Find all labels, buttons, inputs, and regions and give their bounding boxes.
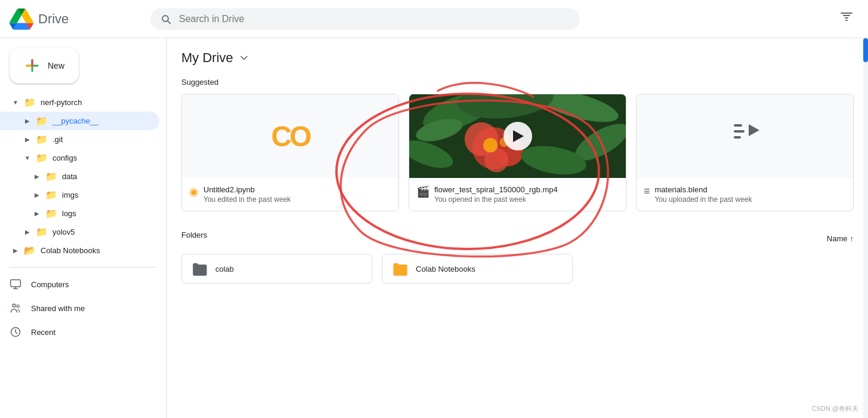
tree-item-label: __pycache__ — [52, 116, 98, 125]
search-bar[interactable] — [150, 8, 580, 30]
suggested-card-blend[interactable]: ≡ materials.blend You uploaded in the pa… — [636, 94, 854, 211]
scrollbar-thumb[interactable] — [863, 38, 868, 62]
card-info-video: 🎬 flower_test_spiral_150000_rgb.mp4 You … — [409, 178, 626, 211]
page-title: My Drive — [181, 50, 233, 66]
card-info-blend: ≡ materials.blend You uploaded in the pa… — [637, 178, 853, 211]
people-icon — [10, 302, 21, 314]
colab-file-icon: ◉ — [189, 185, 199, 198]
tree-item-imgs[interactable]: ▶ 📁 imgs — [0, 186, 159, 204]
tree-item-git[interactable]: ▶ 📁 .git — [0, 130, 159, 149]
svg-rect-19 — [734, 130, 745, 133]
tree-item-label: configs — [52, 153, 77, 162]
folder-name: colab — [215, 265, 234, 273]
search-input[interactable] — [179, 14, 570, 24]
header: Drive — [0, 0, 868, 38]
folders-header: Folders Name ↑ — [181, 230, 854, 247]
header-right — [835, 6, 858, 32]
my-drive-header: My Drive — [181, 50, 854, 66]
new-button-label: New — [48, 61, 64, 70]
folder-name: Colab Notebooks — [416, 265, 475, 273]
card-subtitle: You uploaded in the past week — [655, 195, 752, 204]
tree-item-label: Colab Notebooks — [41, 246, 100, 255]
logo-area: Drive — [10, 7, 141, 31]
video-file-icon: 🎬 — [416, 185, 430, 198]
arrow-right-icon: ▶ — [10, 247, 21, 254]
tree-item-nerf-pytorch[interactable]: ▼ 📁 nerf-pytorch — [0, 93, 159, 112]
arrow-down-icon: ▼ — [10, 99, 21, 106]
tree-item-label: imgs — [62, 190, 78, 199]
folder-dark-icon — [191, 262, 208, 276]
play-triangle — [513, 130, 524, 142]
sidebar: New ▼ 📁 nerf-pytorch ▶ 📁 __pycache__ ▶ 📁… — [0, 38, 167, 418]
tree-item-label: .git — [52, 135, 63, 144]
sort-control[interactable]: Name ↑ — [827, 234, 854, 243]
folder-yellow-icon: 📂 — [24, 245, 36, 256]
tree-item-pycache[interactable]: ▶ 📁 __pycache__ — [0, 112, 159, 130]
search-icon — [160, 13, 172, 25]
tree-item-colab-notebooks[interactable]: ▶ 📂 Colab Notebooks — [0, 241, 159, 260]
tree-item-label: data — [62, 172, 77, 181]
video-thumbnail — [409, 94, 626, 178]
svg-marker-21 — [749, 124, 759, 136]
folder-icon: 📁 — [45, 189, 57, 201]
main-layout: New ▼ 📁 nerf-pytorch ▶ 📁 __pycache__ ▶ 📁… — [0, 38, 868, 418]
svg-point-1 — [13, 304, 16, 307]
folders-section-title: Folders — [181, 230, 207, 239]
play-button-icon — [503, 122, 532, 150]
logo-text: Drive — [38, 11, 69, 27]
card-subtitle: You opened in the past week — [434, 195, 558, 204]
tree-item-label: nerf-pytorch — [41, 98, 82, 107]
folder-icon: 📁 — [45, 171, 57, 182]
sort-label-text: Name — [827, 234, 848, 243]
sort-direction: ↑ — [850, 234, 854, 243]
card-info-colab: ◉ Untitled2.ipynb You edited in the past… — [182, 178, 399, 211]
tree-item-logs[interactable]: ▶ 📁 logs — [0, 204, 159, 223]
folder-icon: 📁 — [45, 208, 57, 219]
arrow-right-icon: ▶ — [21, 118, 33, 124]
tree-item-data[interactable]: ▶ 📁 data — [0, 167, 159, 186]
tree-item-configs[interactable]: ▼ 📁 configs — [0, 149, 159, 167]
folder-icon: 📁 — [36, 226, 48, 238]
drive-logo-icon — [10, 7, 33, 31]
plus-icon — [24, 57, 41, 74]
tree-item-yolov5[interactable]: ▶ 📁 yolov5 — [0, 223, 159, 241]
card-subtitle: You edited in the past week — [203, 195, 291, 204]
card-filename: flower_test_spiral_150000_rgb.mp4 — [434, 185, 558, 194]
card-filename: materials.blend — [655, 185, 752, 194]
svg-rect-20 — [734, 136, 741, 139]
folder-icon: 📁 — [36, 134, 48, 145]
folder-icon: 📁 — [36, 115, 48, 127]
card-preview-colab: CO — [182, 94, 399, 178]
sidebar-nav-recent[interactable]: Recent — [0, 320, 159, 344]
blend-icon — [731, 119, 759, 153]
svg-point-2 — [17, 305, 19, 308]
nav-label: Recent — [31, 328, 55, 337]
svg-rect-18 — [734, 124, 742, 127]
arrow-right-icon: ▶ — [21, 136, 33, 143]
content-area: My Drive Suggested CO ◉ Untitled2.ipynb … — [167, 38, 868, 418]
suggested-section-title: Suggested — [181, 78, 854, 87]
card-preview-video — [409, 94, 626, 178]
tree-item-label: logs — [62, 209, 76, 218]
folder-yellow-icon — [392, 262, 409, 276]
sidebar-nav-shared[interactable]: Shared with me — [0, 296, 159, 320]
arrow-down-icon: ▼ — [21, 155, 33, 161]
sidebar-nav-computers[interactable]: Computers — [0, 272, 159, 296]
nav-label: Shared with me — [31, 304, 85, 313]
watermark: CSDN @奇科夫 — [812, 404, 858, 413]
folder-card-colab-notebooks[interactable]: Colab Notebooks — [382, 254, 573, 284]
filter-icon[interactable] — [835, 6, 858, 32]
blend-preview — [731, 119, 759, 153]
folder-card-colab[interactable]: colab — [181, 254, 372, 284]
new-button[interactable]: New — [10, 48, 79, 84]
chevron-down-icon[interactable] — [238, 52, 250, 64]
suggested-card-video[interactable]: 🎬 flower_test_spiral_150000_rgb.mp4 You … — [409, 94, 626, 211]
suggested-card-colab[interactable]: CO ◉ Untitled2.ipynb You edited in the p… — [181, 94, 399, 211]
svg-rect-0 — [11, 280, 21, 287]
svg-point-14 — [483, 138, 498, 152]
arrow-right-icon: ▶ — [31, 210, 43, 217]
scrollbar-track[interactable] — [863, 38, 868, 418]
tree-item-label: yolov5 — [52, 228, 75, 236]
blend-file-icon: ≡ — [644, 185, 650, 198]
card-filename: Untitled2.ipynb — [203, 185, 291, 194]
